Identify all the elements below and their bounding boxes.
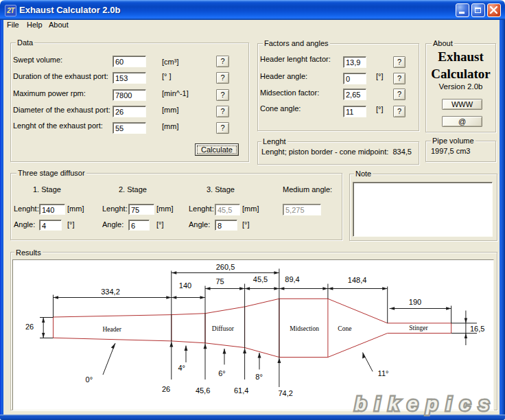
svg-text:148,4: 148,4 [348, 276, 367, 284]
svg-text:61,4: 61,4 [234, 386, 248, 395]
svg-text:Cone: Cone [338, 325, 351, 332]
svg-text:bikepics: bikepics [355, 393, 497, 415]
svg-text:26: 26 [162, 385, 170, 393]
svg-text:74,2: 74,2 [278, 389, 292, 397]
svg-text:11°: 11° [378, 369, 389, 377]
svg-text:Diffusor: Diffusor [212, 325, 235, 332]
svg-text:Header: Header [102, 326, 121, 333]
svg-text:89,4: 89,4 [285, 275, 299, 283]
svg-text:8°: 8° [255, 373, 263, 381]
svg-text:Midsection: Midsection [290, 325, 319, 332]
svg-text:190: 190 [409, 298, 421, 306]
svg-text:45,5: 45,5 [253, 275, 268, 283]
svg-text:16,5: 16,5 [470, 325, 484, 333]
svg-text:140: 140 [179, 281, 191, 290]
svg-text:75: 75 [215, 277, 224, 285]
svg-text:260,5: 260,5 [216, 263, 235, 271]
svg-text:26: 26 [25, 323, 34, 331]
svg-text:0°: 0° [86, 375, 93, 384]
svg-text:45,6: 45,6 [196, 386, 210, 395]
svg-text:334,2: 334,2 [101, 288, 120, 296]
svg-text:6°: 6° [218, 369, 226, 377]
svg-text:Stinger: Stinger [409, 325, 428, 331]
svg-text:4°: 4° [178, 364, 185, 372]
